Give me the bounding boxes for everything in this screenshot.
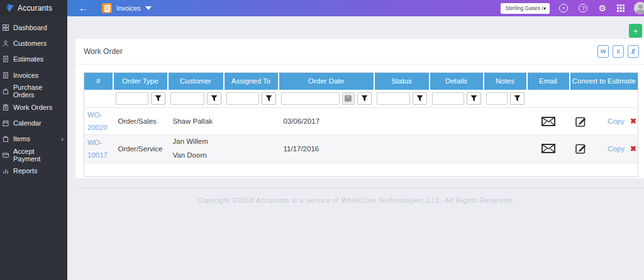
invoices-module-icon[interactable] [102, 3, 112, 13]
chevron-right-icon: › [61, 135, 64, 143]
table-header-row: # Order Type Customer Assigned To Order … [84, 73, 638, 90]
filter-assigned-to-input[interactable] [226, 92, 259, 105]
company-selector[interactable]: Sterling Gases Ltd ▼ [501, 3, 550, 14]
sidebar-item-label: Calendar [13, 119, 42, 127]
sidebar-item-estimates[interactable]: Estimates [0, 51, 67, 67]
add-work-order-button[interactable]: + [629, 24, 642, 38]
filter-status-funnel-icon[interactable] [413, 92, 427, 105]
customers-icon [3, 40, 9, 46]
convert-to-estimate-icon[interactable] [575, 143, 587, 154]
sidebar-item-calendar[interactable]: Calendar [0, 115, 67, 131]
back-button[interactable]: ← [79, 3, 88, 14]
copy-link[interactable]: Copy [608, 117, 625, 125]
module-dropdown-caret-icon[interactable] [145, 6, 152, 10]
filter-status-input[interactable] [377, 92, 410, 105]
filter-order-date-funnel-icon[interactable] [357, 92, 372, 105]
email-icon[interactable] [541, 144, 555, 153]
dashboard-icon [3, 24, 9, 31]
table-row: WO-10017 Order/Service Jan Willem Van Do… [84, 135, 638, 163]
sidebar: Dashboard Customers Estimates Invoices P… [0, 16, 67, 280]
work-order-number-link[interactable]: WO-20020 [87, 111, 108, 131]
items-icon [3, 136, 9, 142]
calendar-icon [3, 120, 9, 126]
sidebar-item-items[interactable]: Items › [0, 131, 67, 147]
order-date-cell: 11/17/2016 [279, 135, 374, 163]
work-order-number-link[interactable]: WO-10017 [87, 139, 108, 159]
work-orders-table: # Order Type Customer Assigned To Order … [84, 72, 638, 177]
order-date-cell: 03/06/2017 [279, 108, 374, 135]
sidebar-item-label: Work Orders [13, 104, 52, 111]
table-empty-strip [84, 163, 638, 176]
filter-notes-funnel-icon[interactable] [510, 92, 525, 105]
notes-cell [484, 135, 527, 163]
filter-order-type-funnel-icon[interactable] [151, 92, 165, 105]
column-header-customer[interactable]: Customer [168, 73, 224, 90]
column-header-email[interactable]: Email [527, 73, 570, 90]
invoices-icon [3, 72, 9, 78]
page-title: Work Order [84, 47, 123, 56]
export-excel-icon[interactable]: X [613, 45, 624, 58]
email-icon[interactable] [541, 117, 555, 126]
customer-cell: Shaw Pallak [168, 108, 224, 135]
filter-order-date-input[interactable] [281, 92, 340, 105]
work-orders-icon [3, 104, 9, 110]
column-header-order-date[interactable]: Order Date [279, 73, 374, 90]
sidebar-item-purchase-orders[interactable]: Purchase Orders [0, 83, 67, 99]
select-caret-icon: ▼ [543, 6, 547, 11]
filter-order-date-calendar-icon[interactable] [342, 92, 355, 105]
filter-details-funnel-icon[interactable] [467, 92, 481, 105]
filter-cell-email [527, 90, 570, 108]
work-order-card: Work Order W X # Order Type Customer Ass… [75, 39, 644, 178]
details-cell [430, 135, 484, 163]
export-pdf-icon[interactable] [628, 45, 639, 58]
sidebar-item-label: Invoices [13, 72, 38, 79]
column-header-number[interactable]: # [84, 73, 113, 90]
gear-icon[interactable]: ⚙ [598, 4, 606, 13]
export-word-icon[interactable]: W [597, 45, 609, 58]
filter-order-type-input[interactable] [116, 92, 148, 105]
filter-assigned-to-funnel-icon[interactable] [262, 92, 276, 105]
sidebar-item-label: Items [13, 135, 30, 143]
filter-details-input[interactable] [432, 92, 464, 105]
delete-icon[interactable]: ✖ [630, 117, 636, 126]
details-cell [430, 108, 484, 135]
help-icon[interactable]: ? [579, 4, 587, 13]
sidebar-item-label: Accept Payment [13, 148, 64, 163]
column-header-convert-to-estimate[interactable]: Convert to Estimate [570, 73, 638, 90]
convert-to-estimate-icon[interactable] [575, 116, 587, 127]
apps-grid-icon[interactable] [617, 4, 625, 12]
column-header-assigned-to[interactable]: Assigned To [224, 73, 279, 90]
filter-customer-input[interactable] [170, 92, 204, 105]
user-avatar[interactable] [634, 2, 644, 14]
filter-cell-convert [570, 90, 638, 108]
sidebar-item-label: Purchase Orders [13, 83, 64, 99]
copyright-text: Copyright ©2018 Accurants is a service o… [67, 197, 644, 204]
column-header-order-type[interactable]: Order Type [113, 73, 168, 90]
sidebar-item-customers[interactable]: Customers [0, 35, 67, 51]
add-circle-icon[interactable]: + [559, 4, 568, 13]
main-content: + Work Order W X # Order Type Custome [67, 16, 644, 280]
sidebar-item-reports[interactable]: Reports [0, 163, 67, 179]
accurants-logo-icon [6, 4, 14, 13]
sidebar-item-invoices[interactable]: Invoices [0, 67, 67, 83]
sidebar-item-work-orders[interactable]: Work Orders [0, 99, 67, 115]
filter-notes-input[interactable] [486, 92, 508, 105]
delete-icon[interactable]: ✖ [630, 144, 636, 153]
customer-cell: Jan Willem Van Doorn [168, 135, 224, 163]
column-header-status[interactable]: Status [374, 73, 430, 90]
filter-customer-funnel-icon[interactable] [207, 92, 221, 105]
brand-block: Accurants [0, 0, 67, 16]
sidebar-item-label: Customers [13, 40, 47, 47]
sidebar-item-dashboard[interactable]: Dashboard [0, 19, 67, 35]
order-type-cell: Order/Service [113, 135, 168, 163]
sidebar-item-accept-payment[interactable]: Accept Payment [0, 147, 67, 163]
estimates-icon [3, 56, 9, 62]
column-header-details[interactable]: Details [430, 73, 484, 90]
sidebar-item-label: Estimates [13, 55, 43, 63]
top-bar-gradient: ← Invoices Sterling Gases Ltd ▼ + ? ⚙ [67, 0, 644, 16]
copy-link[interactable]: Copy [608, 145, 625, 153]
export-buttons: W X [597, 45, 639, 58]
card-header: Work Order W X [75, 39, 644, 65]
purchase-orders-icon [3, 88, 9, 94]
column-header-notes[interactable]: Notes [484, 73, 527, 90]
